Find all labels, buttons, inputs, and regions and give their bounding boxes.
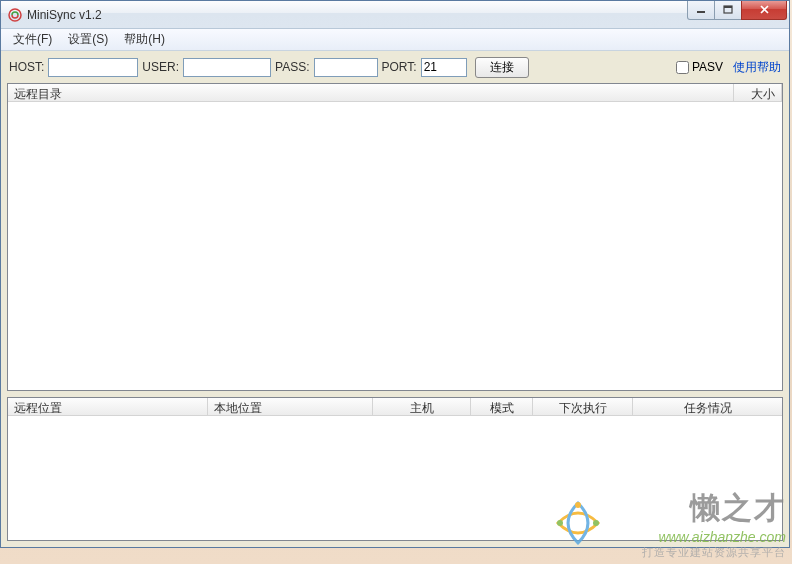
tasks-list-body[interactable]	[8, 416, 782, 540]
col-status[interactable]: 任务情况	[633, 398, 782, 415]
col-remote-path[interactable]: 远程位置	[8, 398, 208, 415]
window-controls	[688, 1, 789, 21]
remote-listview[interactable]: 远程目录 大小	[7, 83, 783, 391]
menu-help[interactable]: 帮助(H)	[116, 29, 173, 50]
svg-point-0	[9, 9, 21, 21]
connect-button[interactable]: 连接	[475, 57, 529, 78]
col-next-run[interactable]: 下次执行	[533, 398, 633, 415]
pass-input[interactable]	[314, 58, 378, 77]
app-icon	[7, 7, 23, 23]
tasks-list-header: 远程位置 本地位置 主机 模式 下次执行 任务情况	[8, 398, 782, 416]
pass-label: PASS:	[275, 60, 309, 74]
titlebar[interactable]: MiniSync v1.2	[1, 1, 789, 29]
svg-rect-3	[724, 6, 732, 8]
remote-list-body[interactable]	[8, 102, 782, 390]
maximize-button[interactable]	[714, 1, 742, 20]
menu-file[interactable]: 文件(F)	[5, 29, 60, 50]
col-host[interactable]: 主机	[373, 398, 471, 415]
help-link[interactable]: 使用帮助	[733, 59, 781, 76]
connection-toolbar: HOST: USER: PASS: PORT: 连接 PASV 使用帮助	[1, 51, 789, 83]
remote-list-header: 远程目录 大小	[8, 84, 782, 102]
col-local-path[interactable]: 本地位置	[208, 398, 373, 415]
close-button[interactable]	[741, 1, 787, 20]
col-remote-dir[interactable]: 远程目录	[8, 84, 734, 101]
host-input[interactable]	[48, 58, 138, 77]
col-size[interactable]: 大小	[734, 84, 782, 101]
minimize-button[interactable]	[687, 1, 715, 20]
tasks-listview[interactable]: 远程位置 本地位置 主机 模式 下次执行 任务情况	[7, 397, 783, 541]
pasv-label: PASV	[692, 60, 723, 74]
port-input[interactable]	[421, 58, 467, 77]
content-area: 远程目录 大小 远程位置 本地位置 主机 模式 下次执行 任务情况	[1, 83, 789, 547]
pasv-checkbox[interactable]	[676, 61, 689, 74]
host-label: HOST:	[9, 60, 44, 74]
menu-settings[interactable]: 设置(S)	[60, 29, 116, 50]
user-input[interactable]	[183, 58, 271, 77]
port-label: PORT:	[382, 60, 417, 74]
pasv-wrap: PASV	[676, 60, 723, 74]
menubar: 文件(F) 设置(S) 帮助(H)	[1, 29, 789, 51]
user-label: USER:	[142, 60, 179, 74]
col-mode[interactable]: 模式	[471, 398, 533, 415]
app-window: MiniSync v1.2 文件(F) 设置(S) 帮助(H) HOST: US…	[0, 0, 790, 548]
window-title: MiniSync v1.2	[27, 8, 688, 22]
svg-rect-1	[697, 11, 705, 13]
